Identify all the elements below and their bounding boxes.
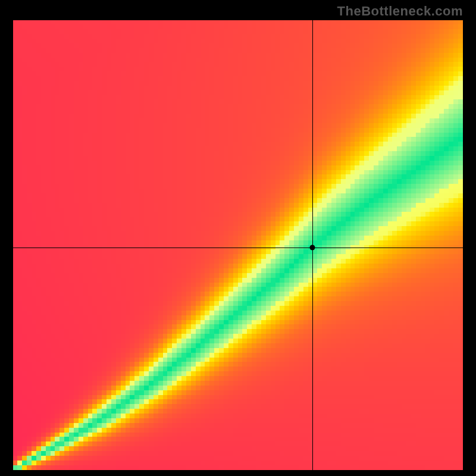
heatmap-plot xyxy=(13,20,463,470)
heatmap-canvas xyxy=(13,20,463,470)
watermark-text: TheBottleneck.com xyxy=(337,4,463,19)
crosshair-horizontal xyxy=(13,248,463,248)
marker-dot xyxy=(309,245,315,250)
chart-frame: TheBottleneck.com xyxy=(0,0,476,476)
